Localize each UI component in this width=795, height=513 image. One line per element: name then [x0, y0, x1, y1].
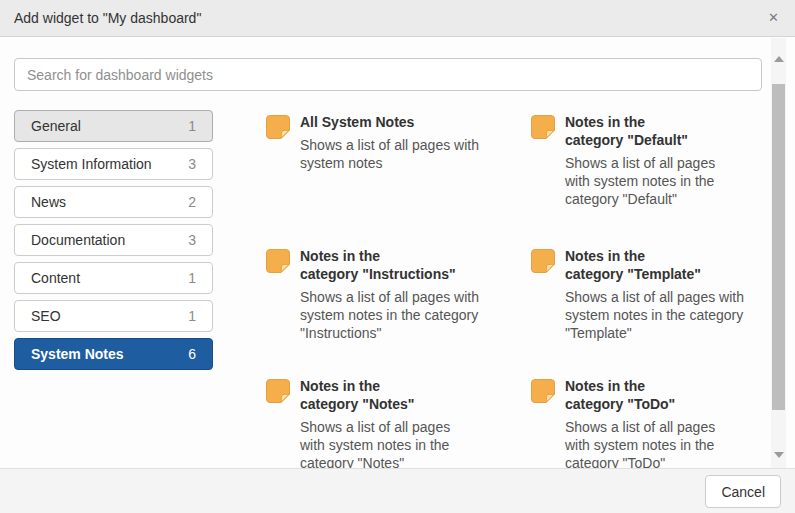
close-icon[interactable]: ✕ [768, 10, 779, 26]
widget-title: Notes in the category "Default" [565, 113, 780, 149]
widget-description: Shows a list of all pages with system no… [565, 418, 780, 468]
search-input[interactable] [14, 58, 762, 91]
widget-title: Notes in the category "Notes" [300, 377, 515, 413]
category-label: SEO [31, 308, 61, 324]
sidebar-item-content[interactable]: Content 1 [14, 262, 213, 294]
modal-header: Add widget to "My dashboard" ✕ [0, 0, 795, 37]
sidebar-item-news[interactable]: News 2 [14, 186, 213, 218]
scrollbar[interactable] [771, 38, 786, 468]
category-label: Documentation [31, 232, 125, 248]
category-label: News [31, 194, 66, 210]
note-icon [530, 378, 556, 404]
category-label: Content [31, 270, 80, 286]
widget-card-notes-template[interactable]: Notes in the category "Template" Shows a… [530, 247, 785, 377]
category-count: 2 [188, 194, 196, 210]
sidebar-item-system-information[interactable]: System Information 3 [14, 148, 213, 180]
category-count: 3 [188, 232, 196, 248]
modal-footer: Cancel [0, 468, 795, 513]
widget-title: All System Notes [300, 113, 515, 131]
category-count: 6 [188, 346, 196, 362]
scroll-up-icon[interactable] [774, 56, 784, 62]
widget-title: Notes in the category "Instructions" [300, 247, 515, 283]
scroll-down-icon[interactable] [774, 452, 784, 458]
category-count: 1 [188, 308, 196, 324]
category-count: 3 [188, 156, 196, 172]
widget-title: Notes in the category "ToDo" [565, 377, 780, 413]
category-label: General [31, 118, 81, 134]
sidebar-item-system-notes[interactable]: System Notes 6 [14, 338, 213, 370]
sidebar-item-documentation[interactable]: Documentation 3 [14, 224, 213, 256]
modal-title: Add widget to "My dashboard" [14, 10, 201, 26]
widget-card-notes-default[interactable]: Notes in the category "Default" Shows a … [530, 113, 785, 247]
sidebar-item-general[interactable]: General 1 [14, 110, 213, 142]
sidebar-item-seo[interactable]: SEO 1 [14, 300, 213, 332]
note-icon [265, 248, 291, 274]
category-label: System Information [31, 156, 152, 172]
widget-title: Notes in the category "Template" [565, 247, 780, 283]
category-count: 1 [188, 270, 196, 286]
widget-description: Shows a list of all pages with system no… [300, 288, 515, 342]
cancel-button[interactable]: Cancel [705, 475, 781, 508]
modal-body: General 1 System Information 3 News 2 Do… [0, 38, 795, 468]
widget-card-all-system-notes[interactable]: All System Notes Shows a list of all pag… [265, 113, 530, 247]
widget-card-notes-instructions[interactable]: Notes in the category "Instructions" Sho… [265, 247, 530, 377]
widget-card-notes-notes[interactable]: Notes in the category "Notes" Shows a li… [265, 377, 530, 468]
add-widget-modal: Add widget to "My dashboard" ✕ General 1… [0, 0, 795, 513]
note-icon [530, 248, 556, 274]
widget-description: Shows a list of all pages with system no… [300, 136, 515, 172]
note-icon [530, 114, 556, 140]
note-icon [265, 378, 291, 404]
widget-card-notes-todo[interactable]: Notes in the category "ToDo" Shows a lis… [530, 377, 785, 468]
widget-description: Shows a list of all pages with system no… [565, 154, 780, 208]
note-icon [265, 114, 291, 140]
widget-description: Shows a list of all pages with system no… [565, 288, 780, 342]
scrollbar-thumb[interactable] [772, 84, 785, 410]
widget-description: Shows a list of all pages with system no… [300, 418, 515, 468]
category-sidebar: General 1 System Information 3 News 2 Do… [14, 110, 213, 376]
category-count: 1 [188, 118, 196, 134]
category-label: System Notes [31, 346, 124, 362]
widget-grid: All System Notes Shows a list of all pag… [265, 113, 785, 468]
